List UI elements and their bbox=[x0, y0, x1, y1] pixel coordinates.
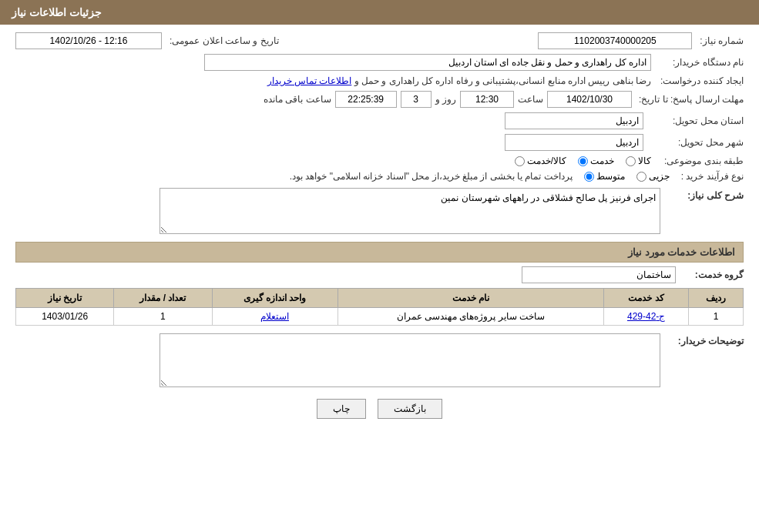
process-label: نوع فرآیند خرید : bbox=[681, 171, 744, 182]
process-radio-group: جزیی متوسط bbox=[584, 171, 670, 182]
need-number-label: شماره نیاز: bbox=[700, 35, 744, 46]
col-row-num: ردیف bbox=[688, 289, 743, 308]
deadline-days-input[interactable] bbox=[401, 91, 432, 108]
deadline-label: مهلت ارسال پاسخ: تا تاریخ: bbox=[636, 94, 744, 105]
process-jozvi-label: جزیی bbox=[649, 171, 670, 182]
page-wrapper: جزئیات اطلاعات نیاز شماره نیاز: 11020037… bbox=[0, 0, 759, 532]
cell-unit: استعلام bbox=[212, 308, 338, 326]
col-unit: واحد اندازه گیری bbox=[212, 289, 338, 308]
need-description-label: شرح کلی نیاز: bbox=[667, 188, 744, 201]
category-khadamat[interactable]: خدمت bbox=[578, 156, 614, 166]
deadline-time-input[interactable] bbox=[460, 91, 514, 108]
category-kala-khadamat[interactable]: کالا/خدمت bbox=[515, 156, 566, 166]
category-row: طبقه بندی موضوعی: کالا خدمت کالا/خدمت bbox=[15, 156, 744, 166]
creator-label: ایجاد کننده درخواست: bbox=[651, 75, 744, 86]
print-button[interactable]: چاپ bbox=[317, 399, 366, 419]
process-description: پرداخت تمام یا بخشی از مبلغ خرید،از محل … bbox=[290, 171, 573, 182]
category-khadamat-radio[interactable] bbox=[578, 156, 588, 166]
col-service-code: کد خدمت bbox=[604, 289, 689, 308]
cell-quantity: 1 bbox=[114, 308, 212, 326]
col-date: تاریخ نیاز bbox=[16, 289, 114, 308]
deadline-time-label: ساعت bbox=[518, 94, 543, 105]
city-row: شهر محل تحویل: bbox=[15, 134, 744, 151]
buyer-org-value: اداره کل راهداری و حمل و نقل جاده ای است… bbox=[204, 54, 651, 71]
need-number-value: 1102003740000205 bbox=[538, 32, 692, 49]
city-input[interactable] bbox=[505, 134, 643, 151]
creator-row: ایجاد کننده درخواست: رضا بناهی رییس ادار… bbox=[15, 75, 744, 86]
buyer-desc-row: توضیحات خریدار: bbox=[15, 333, 744, 387]
category-kala-radio[interactable] bbox=[626, 156, 636, 166]
cell-service-name: ساخت سایر پروژه‌های مهندسی عمران bbox=[338, 308, 604, 326]
category-kala[interactable]: کالا bbox=[626, 156, 651, 166]
contact-link[interactable]: اطلاعات تماس خریدار bbox=[267, 75, 352, 86]
process-motevaset-radio[interactable] bbox=[584, 172, 594, 182]
category-radio-group: کالا خدمت کالا/خدمت bbox=[515, 156, 651, 166]
announce-date-value: 1402/10/26 - 12:16 bbox=[15, 32, 162, 49]
deadline-remaining-input[interactable] bbox=[335, 91, 397, 108]
province-row: استان محل تحویل: bbox=[15, 112, 744, 129]
buyer-org-label: نام دستگاه خریدار: bbox=[651, 57, 744, 68]
buttons-row: بازگشت چاپ bbox=[15, 399, 744, 419]
col-quantity: تعداد / مقدار bbox=[114, 289, 212, 308]
process-jozvi[interactable]: جزیی bbox=[636, 171, 670, 182]
remaining-label: ساعت باقی مانده bbox=[264, 94, 331, 105]
cell-service-code: ج-42-429 bbox=[604, 308, 689, 326]
buyer-org-row: نام دستگاه خریدار: اداره کل راهداری و حم… bbox=[15, 54, 744, 71]
need-description-row: شرح کلی نیاز: اجرای فرنیز پل صالح فشلاقی… bbox=[15, 188, 744, 234]
creator-value: رضا بناهی رییس اداره منابع انسانی،پشتیبا… bbox=[354, 75, 651, 86]
category-label: طبقه بندی موضوعی: bbox=[651, 156, 744, 166]
page-header: جزئیات اطلاعات نیاز bbox=[0, 0, 759, 25]
deadline-row: مهلت ارسال پاسخ: تا تاریخ: ساعت روز و سا… bbox=[15, 91, 744, 108]
category-kala-khadamat-radio[interactable] bbox=[515, 156, 525, 166]
buyer-desc-label: توضیحات خریدار: bbox=[667, 333, 744, 346]
col-service-name: نام خدمت bbox=[338, 289, 604, 308]
process-jozvi-radio[interactable] bbox=[636, 172, 646, 182]
province-label: استان محل تحویل: bbox=[651, 115, 744, 126]
table-row: 1 ج-42-429 ساخت سایر پروژه‌های مهندسی عم… bbox=[16, 308, 744, 326]
main-content: شماره نیاز: 1102003740000205 تاریخ و ساع… bbox=[0, 25, 759, 438]
process-row: نوع فرآیند خرید : جزیی متوسط پرداخت تمام… bbox=[15, 171, 744, 182]
category-kala-label: کالا bbox=[638, 156, 651, 166]
service-group-row: گروه خدمت: bbox=[15, 266, 744, 283]
back-button[interactable]: بازگشت bbox=[378, 399, 442, 419]
cell-date: 1403/01/26 bbox=[16, 308, 114, 326]
services-table: ردیف کد خدمت نام خدمت واحد اندازه گیری ت… bbox=[15, 288, 744, 326]
services-section-title: اطلاعات خدمات مورد نیاز bbox=[15, 242, 744, 263]
process-motevaset-label: متوسط bbox=[596, 171, 625, 182]
category-khadamat-label: خدمت bbox=[590, 156, 614, 166]
deadline-days-label: روز و bbox=[435, 94, 456, 105]
page-title: جزئیات اطلاعات نیاز bbox=[12, 6, 102, 18]
process-motevaset[interactable]: متوسط bbox=[584, 171, 625, 182]
announce-date-label: تاریخ و ساعت اعلان عمومی: bbox=[170, 35, 279, 46]
service-group-label: گروه خدمت: bbox=[682, 269, 744, 280]
province-input[interactable] bbox=[505, 112, 643, 129]
category-kala-khadamat-label: کالا/خدمت bbox=[527, 156, 566, 166]
deadline-date-input[interactable] bbox=[547, 91, 632, 108]
need-description-textarea[interactable]: اجرای فرنیز پل صالح فشلاقی در راههای شهر… bbox=[160, 188, 660, 234]
cell-row-num: 1 bbox=[688, 308, 743, 326]
need-number-row: شماره نیاز: 1102003740000205 تاریخ و ساع… bbox=[15, 32, 744, 49]
service-group-input[interactable] bbox=[522, 266, 676, 283]
buyer-desc-textarea[interactable] bbox=[160, 333, 660, 387]
city-label: شهر محل تحویل: bbox=[651, 137, 744, 148]
